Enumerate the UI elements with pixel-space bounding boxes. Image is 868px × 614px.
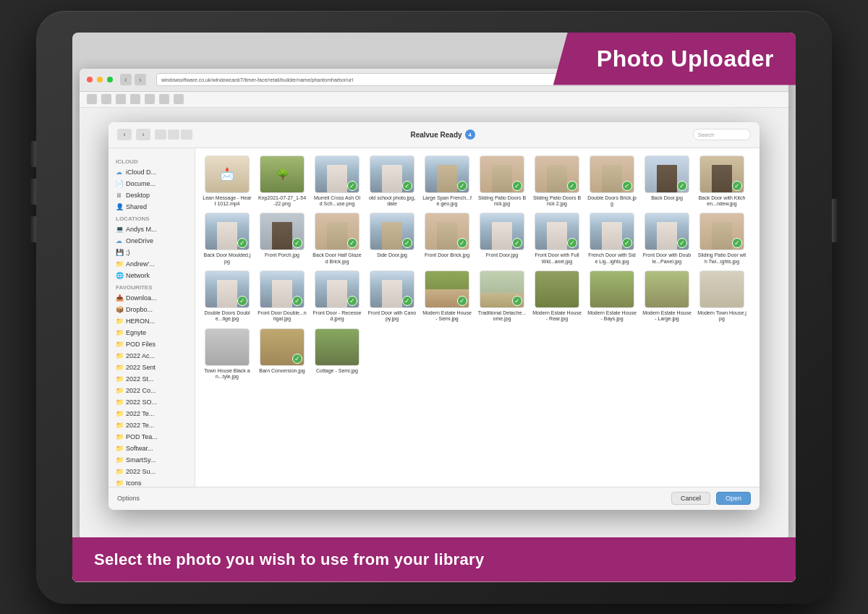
file-item-10[interactable]: ✓ Back Door with Kitchen...ndew.jpg: [697, 155, 746, 208]
volume-up-button[interactable]: [30, 141, 36, 167]
picker-forward-button[interactable]: ›: [136, 129, 150, 140]
file-item-16[interactable]: ✓ Front Door.jpg: [477, 213, 527, 265]
tablet-body: Photo Uploader ‹ › windowsoftware.co.uk/…: [36, 11, 832, 604]
toolbar-icon-1[interactable]: [87, 94, 97, 104]
file-item-24[interactable]: ✓ Front Door with Canopy.jpg: [367, 270, 417, 323]
sidebar-item-icloud-drive[interactable]: ☁ iCloud D...: [109, 166, 195, 178]
sidebar-label-2022co: 2022 Co...: [126, 387, 156, 394]
file-item-29[interactable]: Modern Estate House - Large.jpg: [642, 270, 692, 323]
sidebar-item-desktop[interactable]: 🖥 Desktop: [109, 189, 195, 201]
sidebar-item-software[interactable]: 📁 Softwar...: [109, 443, 195, 454]
sidebar-item-dropbox[interactable]: 📦 Dropbo...: [109, 304, 195, 315]
bottom-banner: Select the photo you wish to use from yo…: [72, 537, 796, 582]
column-view-button[interactable]: [181, 129, 192, 140]
file-item-4[interactable]: ✓ old school photo.jpg,date: [367, 155, 417, 208]
file-item-31[interactable]: Town House Black an...tyle.jpg: [203, 328, 252, 380]
sidebar-item-egnyte[interactable]: 📁 Egnyte: [109, 327, 195, 338]
file-item-20[interactable]: ✓ Sliding Patio Door with Twi...ights.jp…: [697, 213, 746, 265]
power-button[interactable]: [832, 199, 838, 242]
toolbar-icon-6[interactable]: [159, 94, 169, 104]
file-item-32[interactable]: ✓ Barn Conversion.jpg: [258, 328, 307, 380]
file-item-22[interactable]: ✓ Front Door Double...nrigal.jpg: [258, 270, 307, 323]
sidebar-item-2022so[interactable]: 📁 2022 SO...: [109, 396, 195, 408]
sidebar-item-2022sent[interactable]: 📁 2022 Sent: [109, 362, 195, 373]
sidebar-item-2022co[interactable]: 📁 2022 Co...: [109, 385, 195, 396]
picker-back-button[interactable]: ‹: [117, 129, 132, 140]
back-nav-button[interactable]: ‹: [120, 74, 132, 85]
toolbar-icon-2[interactable]: [101, 94, 111, 104]
sidebar-label-pod-files: POD Files: [126, 341, 156, 348]
file-item-21[interactable]: ✓ Double Doors Double...tige.jpg: [203, 270, 252, 323]
maximize-button[interactable]: [107, 77, 113, 82]
sidebar-item-drive[interactable]: 💾 ;): [109, 247, 195, 258]
sidebar-item-heron[interactable]: 📁 HERON...: [109, 315, 195, 327]
forward-nav-button[interactable]: ›: [135, 74, 146, 85]
downloads-icon: 📥: [116, 294, 123, 302]
file-item-18[interactable]: ✓ French Door with Side Lig...ights.jpg: [587, 213, 637, 265]
sidebar-item-shared[interactable]: 👤 Shared: [109, 201, 195, 213]
sidebar-item-network[interactable]: 🌐 Network: [109, 270, 195, 281]
sidebar-item-andys-mac[interactable]: 💻 Andys M...: [109, 223, 195, 235]
file-item-23[interactable]: ✓ Front Door - Recessed.jpeg: [312, 270, 362, 323]
file-item-12[interactable]: ✓ Front Porch.jpg: [258, 213, 307, 265]
check-icon: ✓: [567, 181, 577, 191]
toolbar-icon-5[interactable]: [145, 94, 155, 104]
grid-view-button[interactable]: [155, 129, 166, 140]
file-item-28[interactable]: Modern Estate House - Bays.jpg: [587, 270, 637, 323]
cancel-button[interactable]: Cancel: [671, 492, 710, 505]
file-item-7[interactable]: ✓ Sliding Patio Doors Brick 2.jpg: [532, 155, 582, 208]
toolbar-icon-3[interactable]: [116, 94, 126, 104]
file-item-3[interactable]: ✓ Murrell Cross Ash Old Sch...use.png: [312, 155, 362, 208]
sidebar-item-icons[interactable]: 📁 Icons: [109, 477, 195, 487]
sidebar-item-onedrive[interactable]: ☁ OneDrive: [109, 235, 195, 247]
search-field[interactable]: Search: [693, 129, 751, 140]
file-item-25[interactable]: ✓ Modern Estate House - Semi.jpg: [422, 270, 472, 323]
picker-toolbar: ‹ › Realvue Ready 4: [109, 122, 760, 148]
sidebar-item-pod-tea[interactable]: 📁 POD Tea...: [109, 431, 195, 443]
file-item-19[interactable]: ✓ Front Door with Double...Panel.jpg: [642, 213, 692, 265]
browser-window[interactable]: ‹ › windowsoftware.co.uk/windowcard/7/ti…: [80, 69, 788, 539]
close-button[interactable]: [87, 77, 93, 82]
sidebar-item-2022ac[interactable]: 📁 2022 Ac...: [109, 350, 195, 362]
file-item-6[interactable]: ✓ Sliding Patio Doors Brick.jpg: [477, 155, 527, 208]
sidebar-item-smartsy[interactable]: 📁 SmartSy...: [109, 454, 195, 466]
file-picker-sidebar: iCloud ☁ iCloud D... 📄 Docume...: [109, 148, 195, 487]
sidebar-item-andrew[interactable]: 📁 Andrew'...: [109, 258, 195, 270]
file-item-9[interactable]: ✓ Back Door.jpg: [642, 155, 692, 208]
file-item-33[interactable]: Cottage - Semi.jpg: [312, 328, 362, 380]
file-item-8[interactable]: ✓ Double Doors Brick.jpg: [587, 155, 637, 208]
sidebar-item-2022su[interactable]: 📁 2022 Su...: [109, 466, 195, 477]
sidebar-item-pod-files[interactable]: 📁 POD Files: [109, 338, 195, 350]
file-item-13[interactable]: ✓ Back Door Half Glazed Brick.jpg: [312, 213, 362, 265]
file-item-17[interactable]: ✓ Front Door with Full Wid...anel.jpg: [532, 213, 582, 265]
minimize-button[interactable]: [97, 77, 103, 82]
sidebar-item-2022te1[interactable]: 📁 2022 Te...: [109, 408, 195, 419]
file-item-2[interactable]: 🌳 Knp2021-07-27_1-54-22.png: [258, 155, 307, 208]
volume-down-button[interactable]: [30, 179, 36, 205]
mute-button[interactable]: [30, 216, 36, 242]
file-picker-dialog[interactable]: ‹ › Realvue Ready 4: [109, 122, 760, 510]
sidebar-item-2022st[interactable]: 📁 2022 St...: [109, 373, 195, 385]
toolbar-icon-7[interactable]: [174, 94, 184, 104]
sidebar-label-pod-tea: POD Tea...: [126, 433, 158, 440]
sidebar-item-documents[interactable]: 📄 Docume...: [109, 178, 195, 189]
toolbar-icon-4[interactable]: [130, 94, 140, 104]
file-item-27[interactable]: Modern Estate House - Rear.jpg: [532, 270, 582, 323]
network-icon: 🌐: [116, 272, 123, 279]
list-view-button[interactable]: [168, 129, 179, 140]
file-item-15[interactable]: ✓ Front Door Brick.jpg: [422, 213, 472, 265]
sidebar-item-2022te2[interactable]: 📁 2022 Te...: [109, 419, 195, 431]
open-button[interactable]: Open: [716, 492, 751, 505]
tablet-screen: Photo Uploader ‹ › windowsoftware.co.uk/…: [72, 33, 796, 582]
file-item-14[interactable]: ✓ Side Door.jpg: [367, 213, 417, 265]
options-label[interactable]: Options: [117, 495, 140, 502]
sidebar-label-mac: Andys M...: [126, 226, 157, 233]
file-item-26[interactable]: ✓ Traditional Detache...ome.jpg: [477, 270, 527, 323]
icloud-icon: ☁: [116, 169, 123, 176]
pod-tea-icon: 📁: [116, 433, 123, 440]
file-item-11[interactable]: ✓ Back Door Moulded.jpg: [203, 213, 252, 265]
sidebar-item-downloads[interactable]: 📥 Downloa...: [109, 292, 195, 304]
file-item-1[interactable]: 📩 Lean Message - Heart 1012.mp4: [203, 155, 252, 208]
file-item-5[interactable]: ✓ Large Span French...fe.geo.jpg: [422, 155, 472, 208]
file-item-30[interactable]: Modern Town House.jpg: [697, 270, 746, 323]
